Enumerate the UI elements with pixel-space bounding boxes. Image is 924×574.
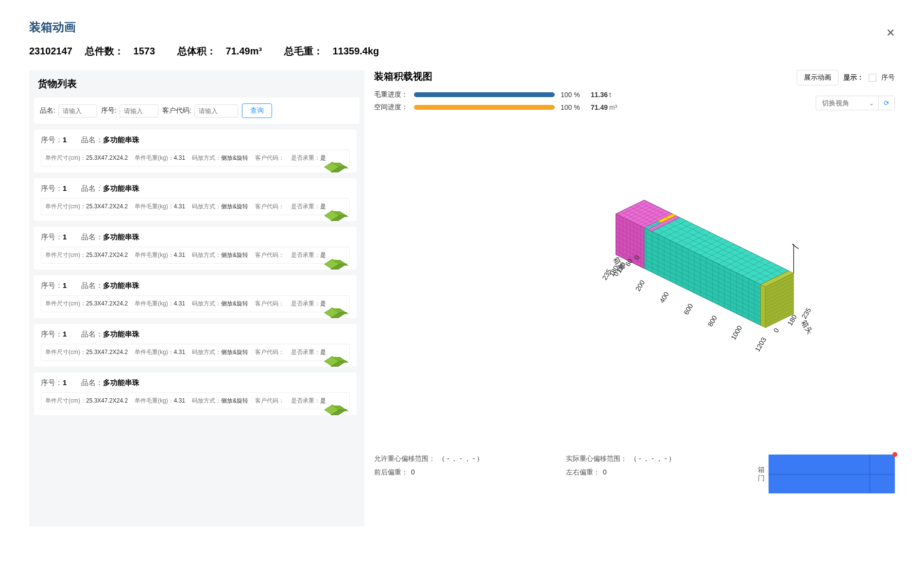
search-bar: 品名: 序号: 客户代码: 查询 xyxy=(34,98,359,124)
seq-checkbox[interactable] xyxy=(869,74,876,82)
svg-text:1203: 1203 xyxy=(753,336,768,353)
minimap-dot-icon xyxy=(892,452,897,457)
seq-label: 序号: xyxy=(101,106,117,115)
svg-text:800: 800 xyxy=(706,314,719,327)
svg-text:235: 235 xyxy=(800,306,813,320)
lr-offset: 左右偏重：0 xyxy=(566,468,675,477)
view-select[interactable]: 切换视角 xyxy=(816,96,869,110)
svg-text:箱头: 箱头 xyxy=(800,319,815,335)
cargo-card[interactable]: 序号：1 品名：多功能串珠 单件尺寸(cm)：25.3X47.2X24.2 单件… xyxy=(34,227,357,270)
chevron-down-icon: ⌄ xyxy=(869,99,874,107)
svg-text:200: 200 xyxy=(634,279,647,292)
gw-progress-label: 毛重进度： xyxy=(374,90,408,99)
loading-view-title: 装箱积载视图 xyxy=(374,70,432,83)
allow-range: 允许重心偏移范围：（ - ， - ， - ） xyxy=(374,455,483,463)
name-input[interactable] xyxy=(58,104,97,118)
view-selector[interactable]: 切换视角 ⌄ ⟳ xyxy=(816,96,895,110)
close-button[interactable]: ✕ xyxy=(886,27,895,39)
box-icon xyxy=(326,355,342,365)
fb-offset: 前后偏重：0 xyxy=(374,468,483,477)
svg-marker-127 xyxy=(761,285,766,328)
summary-bar: 23102147 总件数：1573 总体积：71.49m³ 总毛重：11359.… xyxy=(29,45,895,58)
box-icon xyxy=(326,307,342,317)
svg-text:400: 400 xyxy=(658,290,670,304)
cargo-list-panel: 货物列表 品名: 序号: 客户代码: 查询 序号：1 品名：多功能串珠 xyxy=(29,70,364,526)
show-animation-button[interactable]: 展示动画 xyxy=(797,70,838,85)
minimap: 箱门 xyxy=(758,455,895,493)
cust-label: 客户代码: xyxy=(162,106,191,115)
query-button[interactable]: 查询 xyxy=(242,103,272,118)
minimap-box[interactable] xyxy=(769,455,895,493)
cargo-card[interactable]: 序号：1 品名：多功能串珠 单件尺寸(cm)：25.3X47.2X24.2 单件… xyxy=(34,130,357,172)
cargo-card[interactable]: 序号：1 品名：多功能串珠 单件尺寸(cm)：25.3X47.2X24.2 单件… xyxy=(34,275,357,318)
svg-text:600: 600 xyxy=(682,302,695,316)
cargo-card[interactable]: 序号：1 品名：多功能串珠 单件尺寸(cm)：25.3X47.2X24.2 单件… xyxy=(34,372,357,415)
cargo-card[interactable]: 序号：1 品名：多功能串珠 单件尺寸(cm)：25.3X47.2X24.2 单件… xyxy=(34,324,357,367)
svg-line-142 xyxy=(792,244,799,249)
loading-view-panel: 装箱积载视图 展示动画 显示： 序号 毛重进度： 100 % 11.36t xyxy=(374,70,895,526)
box-icon xyxy=(326,161,342,171)
show-label: 显示： xyxy=(843,73,864,82)
container-3d-view[interactable]: 0601201802350200400600800100012030180235… xyxy=(374,119,895,450)
box-icon xyxy=(326,210,342,219)
cust-input[interactable] xyxy=(194,104,238,118)
space-progress-label: 空间进度： xyxy=(374,103,408,112)
order-number: 23102147 xyxy=(29,46,72,56)
cargo-card[interactable]: 序号：1 品名：多功能串珠 单件尺寸(cm)：25.3X47.2X24.2 单件… xyxy=(34,178,357,221)
space-progress-bar xyxy=(414,105,555,110)
box-icon xyxy=(326,404,342,414)
seq-checkbox-label: 序号 xyxy=(881,73,895,82)
refresh-icon[interactable]: ⟳ xyxy=(878,96,894,110)
svg-text:0: 0 xyxy=(772,327,781,334)
actual-range: 实际重心偏移范围：（ - ， - ， - ） xyxy=(566,455,675,463)
modal-title: 装箱动画 xyxy=(29,19,895,35)
gw-progress-bar xyxy=(414,92,555,97)
svg-text:1000: 1000 xyxy=(729,324,744,341)
cargo-list-title: 货物列表 xyxy=(34,77,359,90)
cargo-list[interactable]: 序号：1 品名：多功能串珠 单件尺寸(cm)：25.3X47.2X24.2 单件… xyxy=(34,130,359,519)
box-icon xyxy=(326,258,342,268)
name-label: 品名: xyxy=(40,106,55,115)
seq-input[interactable] xyxy=(120,104,158,118)
